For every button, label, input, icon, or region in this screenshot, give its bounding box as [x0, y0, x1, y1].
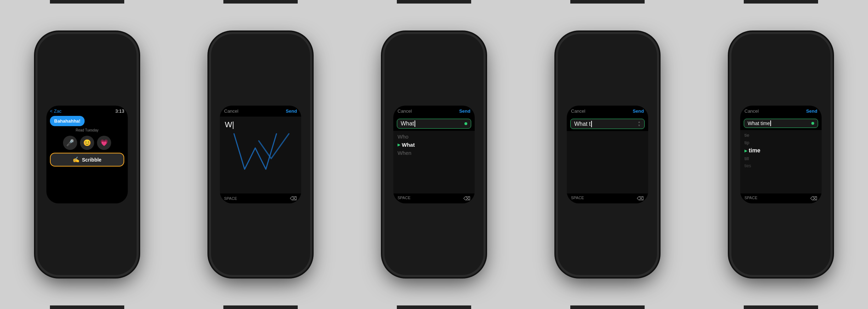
space-label-5[interactable]: SPACE — [744, 196, 757, 201]
msg-header: < Zac 3:13 — [50, 108, 124, 114]
mic-button[interactable]: 🎤 — [63, 136, 77, 150]
msg-time: 3:13 — [115, 108, 124, 114]
scribble-label: Scribble — [82, 157, 101, 163]
suggestion-who[interactable]: Who — [398, 133, 470, 140]
green-dot-3 — [464, 122, 467, 125]
suggestion-tie[interactable]: tie — [744, 131, 817, 139]
watch-1: < Zac 3:13 Bahahahha! Read Tuesday 🎤 😊 💗… — [38, 34, 137, 275]
whattime-footer: SPACE ⌫ — [740, 193, 822, 203]
input-text-3: What — [401, 120, 414, 127]
what-suggestions: Who ▶ What When — [393, 131, 475, 193]
what-footer: SPACE ⌫ — [393, 193, 475, 203]
delete-button-5[interactable]: ⌫ — [810, 196, 817, 201]
space-label-4[interactable]: SPACE — [571, 196, 584, 201]
messages-screen: < Zac 3:13 Bahahahha! Read Tuesday 🎤 😊 💗… — [46, 106, 128, 203]
whattime-input-box[interactable]: What time — [744, 119, 818, 128]
suggestion-till[interactable]: till — [744, 155, 817, 162]
band-top-4 — [570, 0, 645, 4]
cancel-button-4[interactable]: Cancel — [571, 108, 585, 114]
scroll-arrows-4: ▲ ▼ — [638, 120, 641, 127]
w-drawing-svg — [220, 117, 301, 193]
screen-1: < Zac 3:13 Bahahahha! Read Tuesday 🎤 😊 💗… — [46, 106, 128, 203]
whatt-input-row: What t ▲ ▼ — [567, 117, 648, 131]
suggestion-tip[interactable]: tip — [744, 139, 817, 146]
cursor-4 — [591, 121, 592, 127]
whatt-screen: Cancel Send What t ▲ ▼ — [567, 106, 648, 203]
whatt-input-box[interactable]: What t ▲ ▼ — [570, 119, 645, 129]
suggestion-what[interactable]: ▶ What — [398, 141, 470, 148]
band-top-1 — [50, 0, 124, 4]
delete-button-4[interactable]: ⌫ — [637, 196, 644, 201]
what-screen: Cancel Send What Who ▶ — [393, 106, 475, 203]
watch-3: Cancel Send What Who ▶ — [384, 34, 484, 275]
suggestion-time-text: time — [749, 147, 760, 154]
watch-2-wrapper: Cancel Send W| SPACE ⌫ — [174, 0, 347, 309]
whattime-input-row: What time — [740, 117, 822, 130]
band-bottom-4 — [570, 305, 645, 309]
band-bottom-2 — [223, 305, 298, 309]
what-header: Cancel Send — [393, 106, 475, 117]
read-status: Read Tuesday — [50, 128, 124, 132]
emoji-button[interactable]: 😊 — [80, 136, 94, 150]
scribble-header: Cancel Send — [220, 106, 301, 117]
scroll-down-4: ▼ — [638, 124, 641, 127]
input-text-4: What t — [574, 121, 590, 127]
message-bubble: Bahahahha! — [50, 116, 85, 126]
what-input-row: What — [393, 117, 475, 131]
whattime-header: Cancel Send — [740, 106, 822, 117]
whattime-suggestions: tie tip ▶ time till ties — [740, 130, 822, 193]
whatt-footer: SPACE ⌫ — [567, 193, 648, 203]
msg-actions: 🎤 😊 💗 — [50, 136, 124, 150]
band-top-5 — [744, 0, 818, 4]
scribble-canvas[interactable]: W| — [220, 117, 301, 193]
watch-4: Cancel Send What t ▲ ▼ — [558, 34, 657, 275]
green-dot-5 — [811, 122, 814, 125]
band-bottom-3 — [397, 305, 471, 309]
watch-5-wrapper: Cancel Send What time tie tip — [694, 0, 868, 309]
screen-3: Cancel Send What Who ▶ — [393, 106, 475, 203]
send-button-5[interactable]: Send — [806, 108, 817, 114]
space-label-3[interactable]: SPACE — [398, 196, 410, 201]
watch-5: Cancel Send What time tie tip — [731, 34, 830, 275]
suggestion-ties[interactable]: ties — [744, 162, 817, 169]
arrow-icon-5: ▶ — [744, 149, 747, 153]
scribble-draw-screen: Cancel Send W| SPACE ⌫ — [220, 106, 301, 203]
cancel-button-5[interactable]: Cancel — [744, 108, 759, 114]
suggestion-what-text: What — [402, 142, 415, 148]
suggestion-time[interactable]: ▶ time — [744, 146, 817, 155]
what-input-box[interactable]: What — [397, 119, 471, 129]
send-button-2[interactable]: Send — [286, 108, 297, 114]
heart-button[interactable]: 💗 — [97, 136, 111, 150]
band-top-3 — [397, 0, 471, 4]
arrow-icon-3: ▶ — [398, 143, 400, 147]
scribble-icon: ✍️ — [73, 156, 80, 163]
watch-4-wrapper: Cancel Send What t ▲ ▼ — [521, 0, 694, 309]
cancel-button-2[interactable]: Cancel — [224, 108, 238, 114]
cancel-button-3[interactable]: Cancel — [398, 108, 412, 114]
space-label-2[interactable]: SPACE — [224, 196, 237, 201]
whatt-canvas — [567, 131, 648, 193]
scroll-up-4: ▲ — [638, 120, 641, 124]
send-button-4[interactable]: Send — [633, 108, 644, 114]
delete-button-3[interactable]: ⌫ — [463, 196, 470, 201]
watch-2: Cancel Send W| SPACE ⌫ — [211, 34, 310, 275]
cursor-5 — [770, 120, 771, 126]
band-top-2 — [223, 0, 298, 4]
screen-5: Cancel Send What time tie tip — [740, 106, 822, 203]
delete-button-2[interactable]: ⌫ — [290, 196, 297, 201]
send-button-3[interactable]: Send — [459, 108, 470, 114]
watch-1-wrapper: < Zac 3:13 Bahahahha! Read Tuesday 🎤 😊 💗… — [0, 0, 174, 309]
scribble-footer: SPACE ⌫ — [220, 193, 301, 203]
scribble-button[interactable]: ✍️ Scribble — [50, 153, 124, 167]
whatt-header: Cancel Send — [567, 106, 648, 117]
input-text-5: What time — [748, 120, 770, 126]
suggestion-when[interactable]: When — [398, 149, 470, 157]
band-bottom-5 — [744, 305, 818, 309]
back-button[interactable]: < Zac — [50, 108, 62, 114]
watch-3-wrapper: Cancel Send What Who ▶ — [347, 0, 521, 309]
watches-container: < Zac 3:13 Bahahahha! Read Tuesday 🎤 😊 💗… — [0, 0, 868, 309]
whattime-screen: Cancel Send What time tie tip — [740, 106, 822, 203]
band-bottom-1 — [50, 305, 124, 309]
screen-2: Cancel Send W| SPACE ⌫ — [220, 106, 301, 203]
screen-4: Cancel Send What t ▲ ▼ — [567, 106, 648, 203]
